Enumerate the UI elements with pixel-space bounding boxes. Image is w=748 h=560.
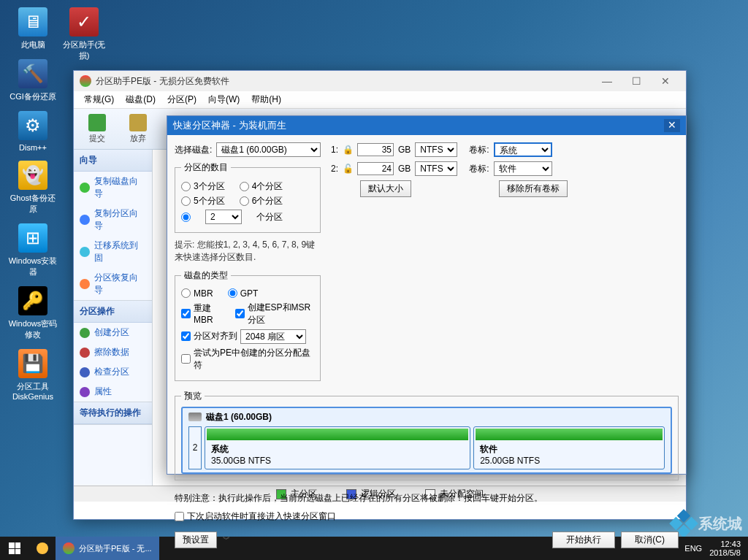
wizard-icon [80, 215, 90, 225]
lock-icon[interactable]: 🔓 [343, 164, 353, 174]
default-size-button[interactable]: 默认大小 [360, 180, 411, 197]
radio-6-partitions[interactable]: 6个分区 [240, 195, 283, 207]
desktop-icon-dism[interactable]: ⚙Dism++ [7, 111, 58, 152]
desktop-icon-this-pc[interactable]: 🖥此电脑 [7, 7, 58, 50]
sidebar-item-recover[interactable]: 分区恢复向导 [74, 268, 152, 300]
desktop-icon-diskgenius[interactable]: 💾分区工具DiskGenius [7, 349, 58, 401]
preview-count: 2 [188, 426, 202, 469]
desktop-icon-win-installer[interactable]: ⊞Windows安装器 [7, 223, 58, 277]
sidebar-header-ops: 分区操作 [74, 301, 152, 323]
checkbox-try-pe[interactable]: 尝试为PE中创建的分区分配盘符 [181, 347, 314, 372]
remove-labels-button[interactable]: 移除所有卷标 [499, 180, 568, 197]
checkbox-next-time[interactable]: 下次启动软件时直接进入快速分区窗口 [175, 510, 336, 523]
windows-logo-icon [9, 542, 20, 554]
desktop-icon-partition-assistant[interactable]: ✓分区助手(无损) [58, 7, 110, 61]
close-button[interactable]: ✕ [651, 72, 680, 90]
sidebar-item-wipe[interactable]: 擦除数据 [74, 342, 152, 362]
sidebar-item-migrate[interactable]: 迁移系统到固 [74, 236, 152, 268]
commit-button[interactable]: 提交 [80, 114, 115, 144]
watermark: 系统城 [673, 513, 742, 534]
cancel-button[interactable]: 取消(C) [621, 532, 679, 548]
expand-icon[interactable]: ︾ [223, 534, 230, 545]
dialog-titlebar[interactable]: 快速分区神器 - 为装机而生 ✕ [167, 116, 686, 135]
custom-count-dropdown[interactable]: 2 [205, 210, 242, 224]
taskbar-item-active[interactable]: 分区助手PE版 - 无... [56, 537, 159, 560]
gear-icon: ⚙ [18, 111, 47, 140]
discard-button[interactable]: 放弃 [121, 114, 156, 144]
menu-partition[interactable]: 分区(P) [161, 91, 202, 108]
usage-bar [476, 429, 663, 440]
align-dropdown[interactable]: 2048 扇区 [240, 329, 306, 344]
wipe-icon [80, 348, 90, 358]
preview-partition-2[interactable]: 软件25.00GB NTFS [473, 426, 665, 469]
check-icon [88, 114, 106, 131]
partition-row-2: 2: 🔓 GB NTFS 卷标: 软件 [331, 161, 679, 176]
size-input-1[interactable] [357, 143, 394, 156]
system-tray: ENG 12:43 2018/5/8 [677, 540, 748, 557]
dialog-close-button[interactable]: ✕ [664, 119, 680, 132]
dialog-title: 快速分区神器 - 为装机而生 [173, 119, 286, 132]
sidebar-item-create[interactable]: 创建分区 [74, 323, 152, 342]
radio-3-partitions[interactable]: 3个分区 [181, 180, 225, 193]
hint-text: 提示: 您能按1, 2, 3, 4, 5, 6, 7, 8, 9键来快速选择分区… [175, 239, 321, 264]
menu-general[interactable]: 常规(G) [78, 91, 120, 108]
desktop-icon-ghost[interactable]: 👻Ghost备份还原 [7, 161, 58, 215]
taskbar-item-explorer[interactable] [29, 537, 56, 560]
fs-dropdown-1[interactable]: NTFS [415, 142, 457, 157]
backup-icon: 🔨 [18, 59, 47, 88]
check-icon [80, 367, 90, 377]
fs-dropdown-2[interactable]: NTFS [415, 161, 457, 176]
sidebar-item-properties[interactable]: 属性 [74, 382, 152, 402]
tray-lang[interactable]: ENG [684, 544, 702, 553]
checkbox-align[interactable]: 分区对齐到 [181, 330, 237, 342]
preview-disk: 磁盘1 (60.00GB) 2 系统35.00GB NTFS 软件25.00GB… [181, 407, 672, 474]
sidebar-item-check[interactable]: 检查分区 [74, 362, 152, 382]
preview-partition-1[interactable]: 系统35.00GB NTFS [205, 426, 470, 469]
checkbox-create-esp[interactable]: 创建ESP和MSR分区 [235, 302, 315, 326]
warning-text: 特别注意：执行此操作后，当前所选磁盘上已经存在的所有分区将被删除！按回车键开始分… [175, 492, 679, 505]
size-input-2[interactable] [357, 162, 394, 175]
preset-button[interactable]: 预设置 [175, 532, 217, 548]
vollabel-dropdown-2[interactable]: 软件 [494, 161, 552, 176]
props-icon [80, 387, 90, 397]
maximize-button[interactable]: ☐ [622, 72, 651, 90]
wizard-icon [80, 183, 90, 193]
menu-wizard[interactable]: 向导(W) [202, 91, 245, 108]
undo-icon [129, 114, 147, 131]
disk-icon [188, 413, 202, 421]
start-button[interactable] [0, 537, 29, 560]
select-disk-label: 选择磁盘: [175, 144, 212, 156]
radio-gpt[interactable]: GPT [228, 288, 259, 299]
sidebar-header-pending: 等待执行的操作 [74, 402, 152, 424]
preview-legend: 预览 [181, 390, 205, 402]
menu-disk[interactable]: 磁盘(D) [120, 91, 161, 108]
radio-mbr[interactable]: MBR [181, 288, 213, 299]
select-disk-dropdown[interactable]: 磁盘1 (60.00GB) [216, 142, 321, 157]
lock-icon[interactable]: 🔒 [343, 145, 353, 155]
create-icon [80, 328, 90, 338]
partition-count-legend: 分区的数目 [181, 161, 231, 174]
sidebar-item-copy-partition[interactable]: 复制分区向导 [74, 204, 152, 236]
partition-row-1: 1: 🔒 GB NTFS 卷标: 系统 [331, 142, 679, 157]
radio-custom-partitions[interactable] [181, 212, 191, 222]
vollabel-dropdown-1[interactable]: 系统 [494, 142, 552, 157]
sidebar-item-copy-disk[interactable]: 复制磁盘向导 [74, 172, 152, 204]
wizard-icon [80, 247, 90, 257]
preview-group: 预览 磁盘1 (60.00GB) 2 系统35.00GB NTFS 软件25.0… [175, 390, 679, 480]
quick-partition-dialog: 快速分区神器 - 为装机而生 ✕ 选择磁盘: 磁盘1 (60.00GB) 分区的… [167, 115, 687, 475]
menu-help[interactable]: 帮助(H) [245, 91, 287, 108]
start-button[interactable]: 开始执行 [552, 532, 615, 548]
titlebar[interactable]: 分区助手PE版 - 无损分区免费软件 — ☐ ✕ [74, 71, 686, 91]
desktop-icon-password[interactable]: 🔑Windows密码修改 [7, 286, 58, 340]
radio-5-partitions[interactable]: 5个分区 [181, 195, 225, 207]
minimize-button[interactable]: — [592, 72, 622, 90]
desktop-icon-cgi[interactable]: 🔨CGI备份还原 [7, 59, 58, 102]
radio-4-partitions[interactable]: 4个分区 [240, 180, 283, 193]
desktop-icons: 🖥此电脑 ✓分区助手(无损) 🔨CGI备份还原 ⚙Dism++ 👻Ghost备份… [7, 7, 66, 410]
tray-clock[interactable]: 12:43 2018/5/8 [709, 540, 741, 557]
disk-type-group: 磁盘的类型 MBR GPT 重建MBR 创建ESP和MSR分区 分区对齐到 20… [175, 269, 321, 381]
usage-bar [207, 429, 468, 440]
installer-icon: ⊞ [18, 223, 47, 253]
wizard-icon [80, 279, 90, 289]
checkbox-rebuild-mbr[interactable]: 重建MBR [181, 302, 224, 325]
